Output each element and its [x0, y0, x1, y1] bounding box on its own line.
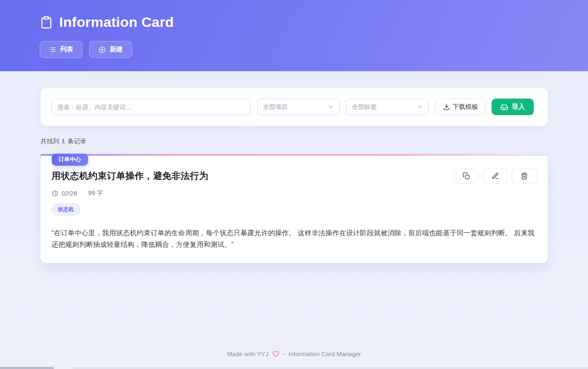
heart-icon	[272, 350, 279, 357]
clipboard-icon	[40, 15, 53, 30]
copy-icon	[463, 172, 470, 180]
delete-button[interactable]	[512, 168, 537, 184]
card-tags: 状态机	[52, 203, 537, 216]
page-footer: Made with YYJ • Information Card Manager	[0, 350, 588, 369]
tag-filter-select[interactable]: 全部标签	[346, 99, 429, 115]
filter-toolbar: 全部项目 全部标签 下载模板	[41, 88, 548, 126]
tag-filter-value: 全部标签	[352, 103, 377, 111]
main-content: 全部项目 全部标签 下载模板	[0, 71, 588, 350]
trash-icon	[521, 172, 528, 180]
inbox-icon	[500, 103, 508, 111]
import-label: 导入	[512, 103, 525, 111]
meta-separator: ·	[80, 190, 85, 197]
project-badge: 订单中心	[52, 154, 88, 166]
page: Information Card 列表 新建 全部项目	[0, 0, 588, 369]
results-count-suffix: 条记录	[67, 137, 86, 145]
nav-new-label: 新建	[110, 45, 123, 54]
page-title: Information Card	[40, 14, 548, 30]
search-input[interactable]	[51, 99, 251, 115]
download-icon	[443, 103, 450, 111]
chevron-down-icon	[327, 104, 334, 110]
card-date: 02/26	[62, 190, 77, 197]
edit-icon	[492, 172, 499, 180]
scrollbar-thumb[interactable]	[0, 367, 54, 369]
scrollbar-track[interactable]	[72, 367, 588, 369]
list-icon	[49, 46, 56, 53]
tag-pill[interactable]: 状态机	[52, 203, 80, 216]
copy-button[interactable]	[454, 168, 479, 184]
project-filter-select[interactable]: 全部项目	[257, 99, 340, 115]
info-card: 订单中心 用状态机约束订单操作，避免非法行为	[41, 154, 548, 263]
card-meta: 02/26 · 99 字	[52, 189, 537, 197]
plus-circle-icon	[98, 46, 106, 53]
nav-list-label: 列表	[60, 45, 73, 54]
results-count: 共找到 1 条记录	[41, 137, 548, 145]
results-count-prefix: 共找到	[41, 137, 59, 145]
nav-list-button[interactable]: 列表	[40, 41, 82, 58]
clock-icon	[52, 190, 58, 197]
results-count-number: 1	[61, 137, 66, 145]
project-badge-label: 订单中心	[59, 156, 81, 162]
app-header: Information Card 列表 新建	[0, 0, 588, 71]
chevron-down-icon	[416, 104, 423, 110]
header-nav: 列表 新建	[40, 41, 548, 58]
app-title-text: Information Card	[59, 14, 174, 30]
nav-new-button[interactable]: 新建	[89, 41, 132, 58]
card-actions	[454, 168, 537, 184]
card-content: “在订单中心里，我用状态机约束订单的生命周期，每个状态只暴露允许的操作。 这样非…	[52, 227, 536, 251]
edit-button[interactable]	[483, 168, 508, 184]
footer-app-name: Information Card Manager	[288, 350, 361, 357]
download-template-label: 下载模板	[453, 103, 478, 111]
card-word-count: 99 字	[88, 189, 103, 197]
footer-made-with: Made with YYJ	[227, 350, 269, 357]
footer-separator: •	[283, 352, 285, 357]
import-button[interactable]: 导入	[492, 99, 534, 115]
download-template-button[interactable]: 下载模板	[435, 99, 486, 115]
horizontal-scrollbar[interactable]	[0, 367, 588, 369]
project-filter-value: 全部项目	[263, 103, 288, 111]
card-title: 用状态机约束订单操作，避免非法行为	[52, 170, 209, 182]
